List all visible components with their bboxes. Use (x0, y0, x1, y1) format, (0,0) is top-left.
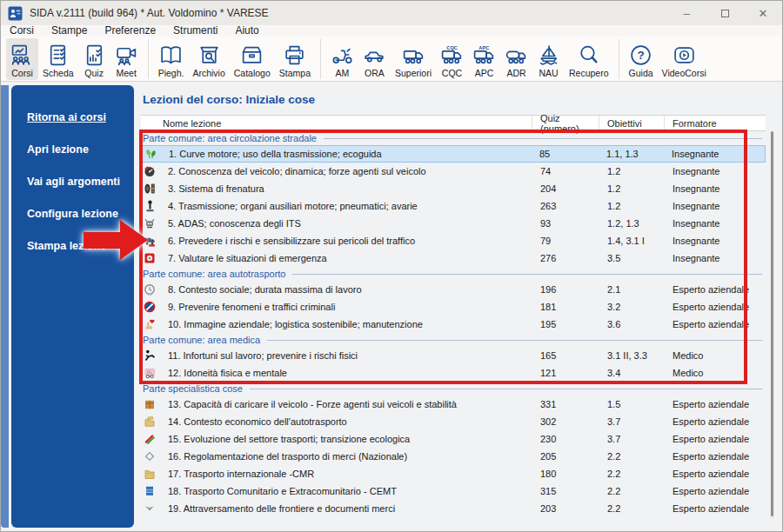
minimize-button[interactable]: – (667, 1, 706, 25)
maximize-button[interactable] (706, 1, 744, 25)
objectives: 2.1 (599, 284, 664, 295)
lesson-row[interactable]: 4. Trasmissione; organi ausiliari motore… (141, 197, 766, 215)
table-header: Nome lezioneQuiz (numero)ObiettiviFormat… (141, 115, 766, 131)
objectives: 1.4, 3.1 I (599, 236, 664, 246)
section-title: Parte comune: area circolazione stradale (143, 133, 317, 143)
toolbar-button-corsi[interactable]: Corsi (6, 38, 38, 80)
lesson-row[interactable]: 13. Capacità di caricare il veicolo - Fo… (141, 396, 766, 413)
noentry-icon (141, 301, 158, 313)
trainer: Insegnante (664, 166, 766, 176)
lesson-row[interactable]: 19. Attraversamento delle frontiere e do… (141, 500, 766, 517)
quiz-count: 181 (532, 302, 599, 312)
menu-item-corsi[interactable]: Corsi (10, 25, 34, 37)
sidebar-link-vai-agli-argomenti[interactable]: Vai agli argomenti (11, 176, 134, 189)
lesson-row[interactable]: 3. Sistema di frenatura2041.2Insegnante (141, 180, 766, 197)
lesson-row[interactable]: 17. Trasporto internazionale -CMR1802.2E… (141, 465, 766, 482)
sidebar-link-stampa-lezione[interactable]: Stampa lezione (11, 240, 134, 253)
lesson-row[interactable]: 9. Prevenire fenomeni e traffici crimina… (141, 298, 766, 316)
toolbar-button-label: Stampa (279, 68, 311, 78)
toolbar-button-scheda[interactable]: Scheda (38, 38, 78, 80)
section-header: Parte comune: area medica (141, 333, 766, 347)
lesson-row[interactable]: 6. Prevedere i rischi e sensibilizzare s… (141, 232, 766, 249)
toolbar-button-piegh[interactable]: Piegh. (154, 38, 189, 80)
lesson-row[interactable]: 10. Immagine aziendale; logistica sosten… (141, 316, 766, 333)
objectives: 3.4 (599, 368, 664, 378)
objectives: 1.2 (599, 183, 664, 194)
truckrisk-icon (141, 235, 158, 247)
column-header-0[interactable]: Nome lezione (141, 118, 532, 129)
objectives: 3.7 (599, 416, 664, 427)
toolbar-button-stampa[interactable]: Stampa (275, 38, 315, 80)
toolbar-button-catalogo[interactable]: Catalogo (230, 38, 275, 80)
scrollbar-thumb[interactable] (771, 131, 773, 516)
section-divider-line (292, 274, 762, 275)
toolbar-button-cqc[interactable]: CQCCQC (436, 38, 468, 80)
menu-item-strumenti[interactable]: Strumenti (173, 25, 218, 37)
toolbar-button-videocorsi[interactable]: VideoCorsi (658, 38, 711, 80)
toolbar-button-archivio[interactable]: Archivio (188, 38, 229, 80)
ora-icon (363, 43, 386, 67)
lesson-name: 5. ADAS; conoscenza degli ITS (158, 218, 532, 229)
lesson-row[interactable]: 11. Infortuni sul lavoro; prevenire i ri… (141, 347, 766, 364)
toolbar-button-nau[interactable]: NAU (532, 38, 565, 80)
sidebar-link-ritorna-ai-corsi[interactable]: Ritorna ai corsi (11, 111, 134, 124)
sidebar: Ritorna ai corsiApri lezioneVai agli arg… (11, 85, 134, 528)
close-button[interactable]: ✕ (744, 1, 782, 25)
shift-icon (141, 200, 158, 212)
toolbar-button-meet[interactable]: Meet (110, 38, 143, 80)
trainer: Insegnante (664, 253, 766, 263)
trainer: Esperto aziendale (664, 451, 766, 462)
trainer: Esperto aziendale (664, 284, 766, 295)
column-header-1[interactable]: Quiz (numero) (532, 116, 599, 130)
menu-item-stampe[interactable]: Stampe (51, 25, 87, 37)
sidebar-link-configura-lezione[interactable]: Configura lezione (11, 208, 134, 221)
section-divider-line (324, 138, 762, 139)
quiz-count: 195 (532, 319, 599, 329)
quiz-count: 302 (532, 416, 599, 427)
toolbar-button-quiz[interactable]: Quiz (78, 38, 110, 80)
column-header-2[interactable]: Obiettivi (599, 116, 664, 130)
objectives: 3.6 (599, 319, 664, 329)
lesson-row[interactable]: 7. Valutare le situazioni di emergenza27… (141, 249, 766, 267)
quiz-count: 196 (532, 284, 599, 295)
menu-item-aiuto[interactable]: Aiuto (235, 25, 258, 37)
toolbar-button-am[interactable]: AM (326, 38, 358, 80)
lesson-row[interactable]: 1. Curve motore; uso della trasmissione;… (141, 145, 766, 163)
column-header-3[interactable]: Formatore (664, 116, 766, 130)
menu-item-preferenze[interactable]: Preferenze (104, 25, 156, 37)
bird-icon (141, 502, 158, 515)
trainer: Esperto aziendale (664, 416, 766, 427)
toolbar-button-apc[interactable]: APCAPC (468, 38, 500, 80)
lesson-row[interactable]: 14. Contesto economico dell'autotrasport… (141, 413, 766, 430)
lesson-row[interactable]: 5. ADAS; conoscenza degli ITS931.2, 1.3I… (141, 215, 766, 232)
quiz-count: 230 (532, 434, 599, 444)
toolbar-button-label: Quiz (84, 68, 104, 78)
trainer: Esperto aziendale (664, 486, 766, 496)
toolbar-button-label: Superiori (395, 68, 432, 78)
cqc-icon: CQC (440, 43, 464, 67)
lesson-row[interactable]: 16. Regolamentazione del trasporto di me… (141, 448, 766, 465)
toolbar-button-label: NAU (539, 68, 558, 78)
toolbar-button-recupero[interactable]: Recupero (565, 38, 613, 80)
scheda-icon (46, 43, 70, 67)
window-title: SIDA v.2111 (build 964) * Aut. Voldomino… (30, 7, 269, 19)
lesson-name: 19. Attraversamento delle frontiere e do… (158, 503, 532, 514)
lesson-row[interactable]: 2. Conoscenza del veicolo; dinamica; for… (141, 163, 766, 180)
archivio-icon (197, 43, 221, 67)
lesson-row[interactable]: 8. Contesto sociale; durata massima di l… (141, 281, 766, 298)
sidebar-link-apri-lezione[interactable]: Apri lezione (11, 143, 134, 156)
toolbar-button-ora[interactable]: ORA (358, 38, 391, 80)
quiz-icon (83, 43, 106, 67)
lesson-row[interactable]: 15. Evoluzione del settore trasporti; tr… (141, 430, 766, 448)
trainer: Esperto aziendale (664, 399, 766, 409)
toolbar-button-label: Catalogo (234, 68, 271, 78)
lesson-row[interactable]: 18. Trasporto Comunitario e Extracomunit… (141, 482, 766, 500)
trainer: Insegnante (664, 201, 766, 211)
corsi-icon (10, 43, 34, 67)
lesson-row[interactable]: 12. Idoneità fisica e mentale1213.4Medic… (141, 364, 766, 382)
quiz-count: 263 (532, 201, 599, 211)
quiz-count: 93 (532, 218, 599, 229)
toolbar-button-superiori[interactable]: Superiori (391, 38, 436, 80)
toolbar-button-adr[interactable]: ADR (500, 38, 532, 80)
toolbar-button-guida[interactable]: ?Guida (625, 38, 658, 80)
